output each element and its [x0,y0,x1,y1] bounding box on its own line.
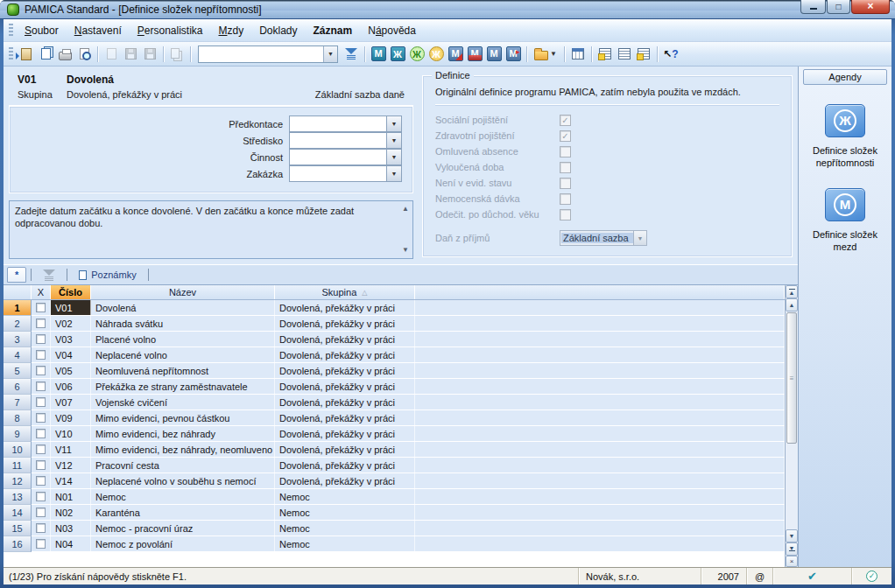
checkbox[interactable] [560,193,571,205]
payroll-list-button[interactable]: M [484,45,504,64]
field-input-3[interactable] [289,149,387,165]
table-row[interactable]: 11V12Pracovní cestaDovolená, překážky v … [4,458,785,473]
agenda-item-2[interactable]: MDefinice složek mezd [803,188,887,253]
exit-agenda-button[interactable] [17,45,36,64]
minimize-button[interactable] [800,0,826,14]
payroll-transfer-button[interactable]: M [504,45,523,64]
row-checkbox[interactable] [36,508,46,517]
table-row[interactable]: 16N04Nemoc z povoláníNemoc [4,536,785,552]
row-checkbox[interactable] [36,334,46,344]
agendy-header-button[interactable]: Agendy [803,69,887,85]
column-header-Číslo[interactable]: Číslo [51,285,91,299]
scroll-to-bottom-button[interactable]: ▼ [786,542,798,556]
filter-button[interactable] [342,45,361,64]
table-row[interactable]: 15N03Nemoc - pracovní úrazNemoc [4,521,785,536]
row-number[interactable]: 9 [4,426,32,442]
checkbox-checked[interactable]: ✓ [560,130,571,142]
table-row[interactable]: 5V05Neomluvená nepřítomnostDovolená, pře… [4,363,785,379]
field-input-1[interactable] [289,116,387,132]
row-checkbox[interactable] [36,350,46,360]
tab-main[interactable]: * [7,267,26,283]
quick-search-input[interactable]: ▼ [198,46,338,63]
table-row[interactable]: 1V01DovolenáDovolená, překážky v práci [4,300,785,316]
context-help-button[interactable]: ↖? [661,45,680,64]
checkbox-checked[interactable]: ✓ [560,115,571,126]
table-row[interactable]: 3V03Placené volnoDovolená, překážky v pr… [4,332,785,347]
row-checkbox[interactable] [36,444,46,454]
field-input-2[interactable] [289,132,387,149]
row-number[interactable]: 13 [4,489,32,505]
row-number[interactable]: 4 [4,347,32,363]
column-header-Skupina[interactable]: Skupina△ [275,285,415,299]
row-checkbox[interactable] [36,318,46,328]
row-number[interactable]: 10 [4,442,32,458]
personnel-agenda-button[interactable]: Ж [388,45,407,64]
row-number[interactable]: 1 [4,300,32,316]
row-checkbox[interactable] [36,397,46,407]
open-agenda-button[interactable] [36,45,55,64]
row-checkbox[interactable] [36,539,46,549]
payroll-agenda-button[interactable]: M [369,45,388,64]
row-number[interactable]: 5 [4,363,32,379]
column-header-Název[interactable]: Název [91,285,275,299]
menu-item-5[interactable]: Doklady [251,22,305,39]
print-preview-button[interactable] [74,45,94,64]
row-checkbox[interactable] [36,492,46,501]
row-number[interactable]: 3 [4,332,32,347]
scroll-up-button[interactable]: ▲ [786,298,798,312]
close-button[interactable]: × [851,0,890,14]
row-checkbox[interactable] [36,460,46,470]
table-row[interactable]: 13N01NemocNemoc [4,489,785,505]
tab-notes[interactable]: Poznámky [72,267,143,283]
table-row[interactable]: 4V04Neplacené volnoDovolená, překážky v … [4,347,785,363]
table-row[interactable]: 2V02Náhrada svátkuDovolená, překážky v p… [4,316,785,332]
report-view-button[interactable] [615,45,634,64]
row-number[interactable]: 7 [4,395,32,410]
copy-button[interactable] [167,45,187,64]
checkbox[interactable] [560,209,571,220]
table-row[interactable]: 14N02KaranténaNemoc [4,505,785,521]
dropdown-button[interactable]: ▼ [387,165,402,182]
row-number[interactable]: 6 [4,379,32,395]
menu-item-2[interactable]: Nastavení [67,22,130,39]
calculator-button[interactable] [568,45,588,64]
row-number[interactable]: 14 [4,505,32,521]
dropdown-button[interactable]: ▼ [387,149,402,165]
field-input-4[interactable] [289,165,387,182]
scroll-to-top-button[interactable]: ▲ [786,285,798,298]
row-checkbox[interactable] [36,382,46,391]
report-notes-button[interactable] [634,45,653,64]
employees-inactive-button[interactable]: Ж [426,45,446,64]
scroll-down-button[interactable]: ▼ [786,529,798,542]
employees-active-button[interactable]: Ж [407,45,426,64]
report-edit-button[interactable] [595,45,615,64]
table-row[interactable]: 10V11Mimo evidenci, bez náhrady, neomluv… [4,442,785,458]
scrollbar-thumb[interactable]: ≡ [786,312,797,444]
row-number[interactable]: 11 [4,458,32,473]
table-row[interactable]: 6V06Překážka ze strany zaměstnavateleDov… [4,379,785,395]
search-dropdown-button[interactable]: ▼ [323,46,337,62]
scroll-down-icon[interactable]: ▼ [402,244,409,256]
row-checkbox[interactable] [36,523,46,533]
save-button[interactable] [121,45,140,64]
dropdown-button[interactable]: ▼ [387,132,402,149]
row-checkbox[interactable] [36,413,46,423]
menu-item-7[interactable]: Nápověda [360,22,424,39]
tab-filter[interactable] [36,267,62,283]
row-number[interactable]: 15 [4,521,32,536]
column-header-X[interactable]: X [32,285,51,299]
table-row[interactable]: 12V14Neplacené volno v souběhu s nemocíD… [4,473,785,489]
row-number[interactable]: 2 [4,316,32,332]
checkbox[interactable] [560,146,571,158]
row-number[interactable]: 16 [4,536,32,552]
row-checkbox[interactable] [36,429,46,438]
scroll-up-icon[interactable]: ▲ [402,203,409,215]
payroll-components-button[interactable]: M [446,45,465,64]
menu-item-4[interactable]: Mzdy [210,22,251,39]
scrollbar-close-button[interactable]: × [786,556,798,567]
table-row[interactable]: 7V07Vojenské cvičeníDovolená, překážky v… [4,395,785,410]
save-copy-button[interactable] [140,45,159,64]
grid-vertical-scrollbar[interactable]: ▲ ▲ ≡ ▼ ▼ × [785,285,798,567]
menu-item-3[interactable]: Personalistika [130,22,211,39]
scrollbar-track[interactable] [786,444,798,529]
